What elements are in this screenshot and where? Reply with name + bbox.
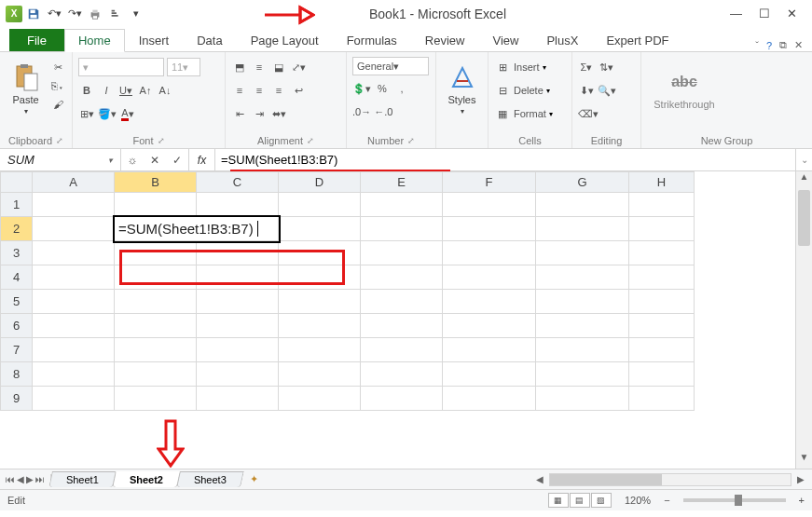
first-sheet-icon[interactable]: ⏮ bbox=[6, 474, 15, 484]
font-size-dropdown[interactable]: 11 ▾ bbox=[167, 58, 200, 76]
clear-icon[interactable]: ⌫▾ bbox=[578, 105, 599, 122]
row-header[interactable]: 2 bbox=[1, 217, 33, 241]
col-header[interactable]: H bbox=[629, 172, 695, 193]
cell[interactable] bbox=[536, 217, 629, 241]
cell[interactable] bbox=[536, 241, 629, 265]
col-header[interactable]: C bbox=[197, 172, 279, 193]
cell[interactable] bbox=[443, 193, 536, 217]
increase-indent-icon[interactable]: ⇥ bbox=[251, 105, 268, 122]
row-header[interactable]: 5 bbox=[1, 290, 33, 314]
cell[interactable] bbox=[629, 290, 695, 314]
cell[interactable] bbox=[33, 314, 115, 338]
cell[interactable] bbox=[115, 265, 197, 290]
cell[interactable] bbox=[361, 387, 443, 411]
clipboard-dialog-icon[interactable]: ⤢ bbox=[56, 136, 63, 145]
zoom-in-button[interactable]: + bbox=[799, 495, 805, 506]
grid-table[interactable]: A B C D E F G H 1 2=SUM(Sheet1!B3:B7) 3 … bbox=[0, 171, 695, 411]
last-sheet-icon[interactable]: ⏭ bbox=[35, 474, 45, 484]
select-all-corner[interactable] bbox=[1, 172, 33, 193]
cell[interactable] bbox=[443, 314, 536, 338]
cell[interactable] bbox=[115, 387, 197, 411]
sort-icon[interactable] bbox=[106, 5, 125, 23]
cell[interactable] bbox=[361, 338, 443, 362]
maximize-button[interactable]: ☐ bbox=[759, 7, 770, 20]
cell[interactable] bbox=[443, 217, 536, 241]
cell[interactable] bbox=[33, 241, 115, 265]
row-header[interactable]: 1 bbox=[1, 193, 33, 217]
wrap-text-icon[interactable]: ↩ bbox=[290, 82, 307, 99]
tab-expert-pdf[interactable]: Expert PDF bbox=[592, 29, 682, 51]
scroll-up-icon[interactable]: ▲ bbox=[796, 171, 812, 188]
fx-icon[interactable]: fx bbox=[189, 149, 215, 170]
cell[interactable] bbox=[536, 265, 629, 290]
cell[interactable] bbox=[279, 241, 361, 265]
number-format-dropdown[interactable]: General ▾ bbox=[352, 57, 429, 75]
cell[interactable] bbox=[115, 193, 197, 217]
italic-button[interactable]: I bbox=[98, 82, 115, 99]
copy-icon[interactable]: ⎘▾ bbox=[49, 77, 66, 94]
cell[interactable] bbox=[115, 290, 197, 314]
cell[interactable] bbox=[279, 387, 361, 411]
cell[interactable] bbox=[536, 362, 629, 387]
name-box[interactable]: SUM▾ bbox=[0, 149, 121, 170]
cell[interactable] bbox=[443, 387, 536, 411]
cell[interactable] bbox=[197, 338, 279, 362]
cell[interactable] bbox=[629, 193, 695, 217]
cell[interactable] bbox=[115, 338, 197, 362]
tab-review[interactable]: Review bbox=[411, 29, 479, 51]
number-dialog-icon[interactable]: ⤢ bbox=[407, 136, 415, 145]
prev-sheet-icon[interactable]: ◀ bbox=[17, 474, 24, 484]
align-right-icon[interactable]: ≡ bbox=[270, 82, 287, 99]
col-header[interactable]: D bbox=[279, 172, 361, 193]
sheet-tab-sheet1[interactable]: Sheet1 bbox=[48, 471, 116, 487]
tab-insert[interactable]: Insert bbox=[125, 29, 184, 51]
cell[interactable] bbox=[361, 217, 443, 241]
cancel-formula-button[interactable]: ✕ bbox=[144, 154, 166, 167]
cell[interactable] bbox=[443, 290, 536, 314]
cell[interactable] bbox=[33, 362, 115, 387]
close-workbook-icon[interactable]: ✕ bbox=[794, 39, 803, 51]
undo-icon[interactable]: ↶▾ bbox=[45, 5, 63, 23]
cell[interactable] bbox=[443, 362, 536, 387]
cell[interactable] bbox=[536, 290, 629, 314]
enter-formula-button[interactable]: ✓ bbox=[166, 154, 188, 167]
cell-active-editing[interactable]: =SUM(Sheet1!B3:B7) bbox=[115, 217, 279, 241]
cell[interactable] bbox=[443, 338, 536, 362]
col-header[interactable]: A bbox=[33, 172, 115, 193]
scroll-thumb[interactable] bbox=[798, 190, 810, 246]
row-header[interactable]: 6 bbox=[1, 314, 33, 338]
smart-lookup-icon[interactable]: ☼ bbox=[121, 154, 144, 167]
page-layout-view-icon[interactable]: ▤ bbox=[570, 493, 590, 508]
formula-input[interactable]: =SUM(Sheet1!B3:B7) bbox=[215, 149, 795, 170]
cell[interactable] bbox=[279, 362, 361, 387]
fill-color-icon[interactable]: 🪣▾ bbox=[98, 105, 117, 122]
col-header[interactable]: B bbox=[115, 172, 197, 193]
cell[interactable] bbox=[197, 314, 279, 338]
comma-format-icon[interactable]: , bbox=[393, 80, 410, 97]
decrease-indent-icon[interactable]: ⇤ bbox=[231, 105, 248, 122]
tab-view[interactable]: View bbox=[478, 29, 532, 51]
cell[interactable] bbox=[361, 362, 443, 387]
cell[interactable] bbox=[33, 338, 115, 362]
cell[interactable] bbox=[443, 265, 536, 290]
cell[interactable] bbox=[361, 193, 443, 217]
minimize-button[interactable]: — bbox=[730, 7, 742, 20]
cell[interactable] bbox=[629, 241, 695, 265]
cell[interactable] bbox=[197, 241, 279, 265]
col-header[interactable]: E bbox=[361, 172, 443, 193]
border-icon[interactable]: ⊞▾ bbox=[78, 105, 95, 122]
cell[interactable] bbox=[197, 290, 279, 314]
cell[interactable] bbox=[629, 338, 695, 362]
strikethrough-button[interactable]: abc Strikethrough bbox=[647, 55, 722, 122]
cell[interactable] bbox=[279, 314, 361, 338]
cell[interactable] bbox=[115, 314, 197, 338]
zoom-level[interactable]: 120% bbox=[625, 495, 651, 506]
accounting-format-icon[interactable]: 💲▾ bbox=[352, 80, 371, 97]
scroll-left-icon[interactable]: ◀ bbox=[532, 474, 547, 484]
sheet-tab-sheet3[interactable]: Sheet3 bbox=[176, 471, 243, 487]
cell[interactable] bbox=[197, 362, 279, 387]
row-header[interactable]: 8 bbox=[1, 362, 33, 387]
tab-plusx[interactable]: PlusX bbox=[532, 29, 592, 51]
underline-button[interactable]: U▾ bbox=[117, 82, 134, 99]
styles-button[interactable]: Styles ▾ bbox=[442, 55, 482, 122]
